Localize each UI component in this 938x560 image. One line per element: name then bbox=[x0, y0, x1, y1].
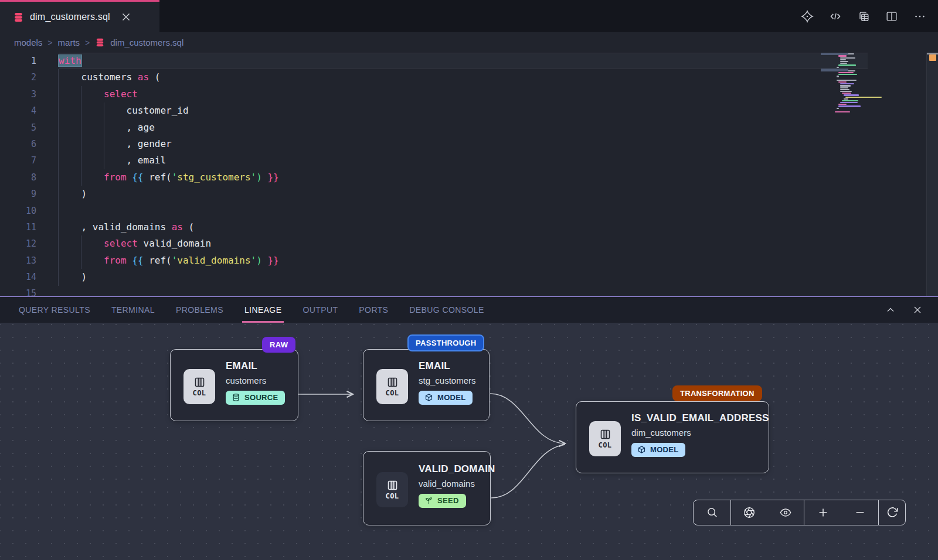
breadcrumb-models[interactable]: models bbox=[14, 37, 42, 47]
breadcrumb-separator: > bbox=[85, 38, 90, 47]
panel-actions bbox=[883, 297, 925, 323]
lineage-node-stg-customers[interactable]: COL EMAIL stg_customers MODEL bbox=[363, 349, 490, 421]
editor-tab-bar: dim_customers.sql bbox=[0, 0, 938, 32]
line-number: 4 bbox=[0, 103, 36, 119]
minimap[interactable] bbox=[835, 53, 897, 116]
node-model-name: customers bbox=[226, 375, 292, 385]
code-editor[interactable]: 123456789101112131415 with customers as … bbox=[0, 53, 938, 296]
column-chip: COL bbox=[183, 369, 215, 404]
code-lines: with customers as ( select customer_id ,… bbox=[59, 53, 868, 296]
code-line[interactable]: customers as ( bbox=[59, 69, 868, 86]
code-line[interactable] bbox=[59, 285, 868, 296]
node-column-name: IS_VALID_EMAIL_ADDRESS bbox=[631, 412, 763, 424]
code-line[interactable]: from {{ ref('stg_customers') }} bbox=[59, 169, 868, 186]
breadcrumb-file[interactable]: dim_customers.sql bbox=[110, 37, 183, 47]
collapse-icon[interactable] bbox=[883, 302, 898, 317]
line-number: 3 bbox=[0, 86, 36, 103]
line-number: 15 bbox=[0, 285, 36, 296]
panel-tab-lineage[interactable]: LINEAGE bbox=[244, 297, 282, 323]
breadcrumb: models > marts > dim_customers.sql bbox=[0, 32, 938, 53]
more-actions-icon[interactable] bbox=[912, 9, 927, 24]
node-type-badge: MODEL bbox=[631, 443, 685, 457]
line-number: 7 bbox=[0, 152, 36, 169]
close-icon[interactable] bbox=[910, 302, 925, 317]
code-line[interactable]: from {{ ref('valid_domains') }} bbox=[59, 252, 868, 269]
database-icon bbox=[232, 393, 240, 402]
lineage-node-valid-domains[interactable]: COL VALID_DOMAIN valid_domains SEED bbox=[363, 451, 491, 525]
cube-icon bbox=[424, 393, 433, 402]
line-number: 9 bbox=[0, 186, 36, 202]
breadcrumb-marts[interactable]: marts bbox=[58, 37, 80, 47]
line-number: 5 bbox=[0, 119, 36, 136]
node-type-badge: SOURCE bbox=[226, 391, 285, 405]
lineage-node-customers[interactable]: COL EMAIL customers SOURCE bbox=[170, 349, 298, 421]
overview-ruler[interactable] bbox=[926, 53, 938, 296]
columns-icon bbox=[386, 376, 399, 388]
code-line[interactable]: , valid_domains as ( bbox=[59, 219, 868, 235]
copy-table-icon[interactable] bbox=[856, 9, 871, 24]
lineage-canvas[interactable]: COL EMAIL customers SOURCE RAW COL EMAIL… bbox=[0, 323, 938, 560]
tag-passthrough: PASSTHROUGH bbox=[407, 334, 484, 351]
code-line[interactable]: with bbox=[59, 53, 868, 69]
line-number: 14 bbox=[0, 269, 36, 285]
node-model-name: valid_domains bbox=[419, 479, 484, 489]
node-model-name: dim_customers bbox=[631, 428, 763, 438]
node-column-name: EMAIL bbox=[226, 360, 292, 372]
aperture-icon[interactable] bbox=[731, 500, 767, 525]
database-icon bbox=[95, 37, 105, 47]
editor-actions bbox=[800, 0, 927, 32]
zoom-out-icon[interactable] bbox=[841, 500, 878, 525]
line-number: 13 bbox=[0, 252, 36, 269]
lineage-node-dim-customers[interactable]: COL IS_VALID_EMAIL_ADDRESS dim_customers… bbox=[576, 401, 769, 473]
line-numbers: 123456789101112131415 bbox=[0, 53, 36, 296]
minimap-selection-bar bbox=[821, 69, 848, 71]
code-line[interactable]: customer_id bbox=[59, 103, 868, 119]
zoom-in-icon[interactable] bbox=[804, 500, 841, 525]
code-line[interactable] bbox=[59, 203, 868, 219]
tag-raw: RAW bbox=[262, 337, 295, 353]
panel-tab-query-results[interactable]: QUERY RESULTS bbox=[19, 297, 90, 323]
code-line[interactable]: select bbox=[59, 86, 868, 103]
node-type-badge: SEED bbox=[419, 494, 466, 508]
column-chip: COL bbox=[376, 472, 408, 507]
bottom-panel: QUERY RESULTSTERMINALPROBLEMSLINEAGEOUTP… bbox=[0, 296, 938, 560]
overview-ruler-marker bbox=[929, 54, 936, 61]
tab-dim-customers[interactable]: dim_customers.sql bbox=[0, 0, 159, 32]
node-type-badge: MODEL bbox=[419, 391, 473, 405]
panel-tab-bar: QUERY RESULTSTERMINALPROBLEMSLINEAGEOUTP… bbox=[0, 297, 938, 323]
code-line[interactable]: , age bbox=[59, 119, 868, 136]
panel-tab-ports[interactable]: PORTS bbox=[359, 297, 388, 323]
lineage-toolbar bbox=[693, 500, 906, 525]
code-line[interactable]: , gender bbox=[59, 136, 868, 152]
line-number: 6 bbox=[0, 136, 36, 152]
line-number: 8 bbox=[0, 169, 36, 186]
refresh-icon[interactable] bbox=[879, 500, 905, 525]
code-line[interactable]: ) bbox=[59, 186, 868, 202]
line-number: 10 bbox=[0, 203, 36, 219]
code-line[interactable]: select valid_domain bbox=[59, 235, 868, 252]
panel-tab-debug-console[interactable]: DEBUG CONSOLE bbox=[409, 297, 484, 323]
tab-title: dim_customers.sql bbox=[30, 12, 110, 22]
tab-close-icon[interactable] bbox=[118, 9, 134, 25]
code-line[interactable]: , email bbox=[59, 152, 868, 169]
panel-tab-output[interactable]: OUTPUT bbox=[303, 297, 338, 323]
node-column-name: EMAIL bbox=[419, 360, 483, 372]
columns-icon bbox=[193, 376, 206, 388]
split-editor-icon[interactable] bbox=[884, 9, 899, 24]
code-icon[interactable] bbox=[828, 9, 843, 24]
database-icon bbox=[13, 12, 24, 23]
line-number: 12 bbox=[0, 235, 36, 252]
node-model-name: stg_customers bbox=[419, 375, 483, 385]
dbt-icon[interactable] bbox=[800, 9, 815, 24]
panel-tab-problems[interactable]: PROBLEMS bbox=[176, 297, 223, 323]
eye-icon[interactable] bbox=[767, 500, 804, 525]
tag-transformation: TRANSFORMATION bbox=[672, 385, 762, 401]
line-number: 2 bbox=[0, 69, 36, 86]
column-chip: COL bbox=[589, 421, 621, 456]
code-line[interactable]: ) bbox=[59, 269, 868, 285]
panel-tab-terminal[interactable]: TERMINAL bbox=[111, 297, 155, 323]
search-icon[interactable] bbox=[694, 500, 730, 525]
column-chip: COL bbox=[376, 369, 408, 404]
cube-icon bbox=[637, 445, 646, 454]
breadcrumb-separator: > bbox=[47, 38, 52, 47]
